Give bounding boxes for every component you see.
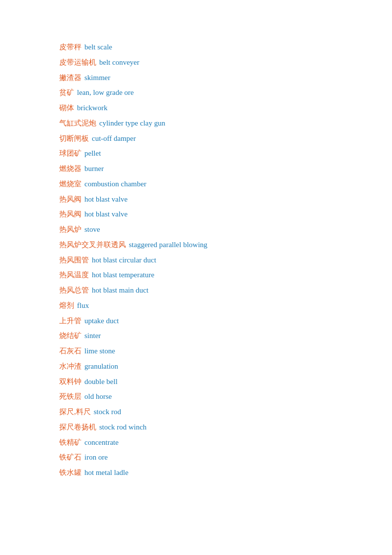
term-chinese: 死铁层 <box>59 389 81 404</box>
term-chinese: 皮带秤 <box>59 40 81 55</box>
term-chinese: 撇渣器 <box>59 70 81 85</box>
list-item: 热风总管hot blast main duct <box>59 283 333 298</box>
term-english: pellet <box>84 146 101 161</box>
term-english: burner <box>84 161 104 176</box>
term-english: lime stone <box>84 343 115 359</box>
term-chinese: 探尺卷扬机 <box>59 420 96 435</box>
term-chinese: 热风炉 <box>59 222 81 237</box>
term-english: staggered parallel blowing <box>129 237 207 253</box>
term-english: granulation <box>84 359 118 374</box>
list-item: 双料钟double bell <box>59 374 333 389</box>
list-item: 铁矿石iron ore <box>59 450 333 465</box>
term-english: combustion chamber <box>84 176 146 192</box>
list-item: 探尺,料尺stock rod <box>59 404 333 420</box>
list-item: 上升管uptake duct <box>59 313 333 329</box>
term-chinese: 热风温度 <box>59 267 89 283</box>
term-english: cylinder type clay gun <box>99 116 165 131</box>
term-english: iron ore <box>84 450 108 465</box>
list-item: 皮带秤belt scale <box>59 40 333 55</box>
term-chinese: 热风阀 <box>59 192 81 207</box>
term-english: flux <box>77 298 89 313</box>
term-chinese: 气缸式泥炮 <box>59 116 96 131</box>
term-english: uptake duct <box>84 313 119 329</box>
term-chinese: 上升管 <box>59 313 81 329</box>
term-chinese: 球团矿 <box>59 146 81 161</box>
term-english: skimmer <box>84 70 111 85</box>
term-english: sinter <box>84 328 101 343</box>
term-chinese: 热风阀 <box>59 207 81 222</box>
term-english: stove <box>84 222 100 237</box>
list-item: 热风温度hot blast temperature <box>59 267 333 283</box>
term-chinese: 贫矿 <box>59 85 74 100</box>
list-item: 热风阀hot blast valve <box>59 192 333 207</box>
list-item: 熔剂flux <box>59 298 333 313</box>
list-item: 水冲渣granulation <box>59 359 333 374</box>
list-item: 热风围管hot blast circular duct <box>59 253 333 268</box>
term-english: hot blast main duct <box>92 283 149 298</box>
list-item: 贫矿lean, low grade ore <box>59 85 333 100</box>
list-item: 撇渣器skimmer <box>59 70 333 85</box>
term-english: lean, low grade ore <box>77 85 134 100</box>
list-item: 燃烧器burner <box>59 161 333 176</box>
term-english: stock rod <box>94 404 121 420</box>
term-chinese: 热风围管 <box>59 253 89 268</box>
term-chinese: 燃烧室 <box>59 176 81 192</box>
list-item: 石灰石lime stone <box>59 343 333 359</box>
term-english: belt conveyer <box>99 55 139 70</box>
term-list: 皮带秤belt scale皮带运输机belt conveyer撇渣器skimme… <box>59 40 333 480</box>
list-item: 死铁层old horse <box>59 389 333 404</box>
term-chinese: 热风炉交叉并联透风 <box>59 237 126 253</box>
term-english: brickwork <box>77 100 108 116</box>
term-chinese: 燃烧器 <box>59 161 81 176</box>
term-english: concentrate <box>84 435 118 450</box>
term-english: hot blast temperature <box>92 267 155 283</box>
term-english: hot blast circular duct <box>92 253 156 268</box>
term-chinese: 探尺,料尺 <box>59 404 91 420</box>
term-chinese: 热风总管 <box>59 283 89 298</box>
term-chinese: 水冲渣 <box>59 359 81 374</box>
list-item: 铁精矿concentrate <box>59 435 333 450</box>
list-item: 气缸式泥炮cylinder type clay gun <box>59 116 333 131</box>
term-chinese: 铁精矿 <box>59 435 81 450</box>
term-chinese: 石灰石 <box>59 343 81 359</box>
term-chinese: 皮带运输机 <box>59 55 96 70</box>
term-english: double bell <box>84 374 118 389</box>
list-item: 球团矿pellet <box>59 146 333 161</box>
list-item: 探尺卷扬机stock rod winch <box>59 420 333 435</box>
list-item: 烧结矿sinter <box>59 328 333 343</box>
term-chinese: 铁水罐 <box>59 465 81 480</box>
term-english: stock rod winch <box>99 420 147 435</box>
term-chinese: 砌体 <box>59 100 74 116</box>
list-item: 热风炉交叉并联透风staggered parallel blowing <box>59 237 333 253</box>
term-chinese: 熔剂 <box>59 298 74 313</box>
list-item: 铁水罐hot metal ladle <box>59 465 333 480</box>
term-english: hot metal ladle <box>84 465 128 480</box>
term-english: hot blast valve <box>84 192 127 207</box>
list-item: 热风炉stove <box>59 222 333 237</box>
list-item: 砌体brickwork <box>59 100 333 116</box>
term-english: hot blast valve <box>84 207 127 222</box>
term-english: belt scale <box>84 40 112 55</box>
term-english: old horse <box>84 389 112 404</box>
term-chinese: 铁矿石 <box>59 450 81 465</box>
term-chinese: 烧结矿 <box>59 328 81 343</box>
term-english: cut-off damper <box>92 131 136 146</box>
term-chinese: 双料钟 <box>59 374 81 389</box>
list-item: 热风阀hot blast valve <box>59 207 333 222</box>
list-item: 皮带运输机belt conveyer <box>59 55 333 70</box>
list-item: 燃烧室combustion chamber <box>59 176 333 192</box>
term-chinese: 切断闸板 <box>59 131 89 146</box>
list-item: 切断闸板cut-off damper <box>59 131 333 146</box>
